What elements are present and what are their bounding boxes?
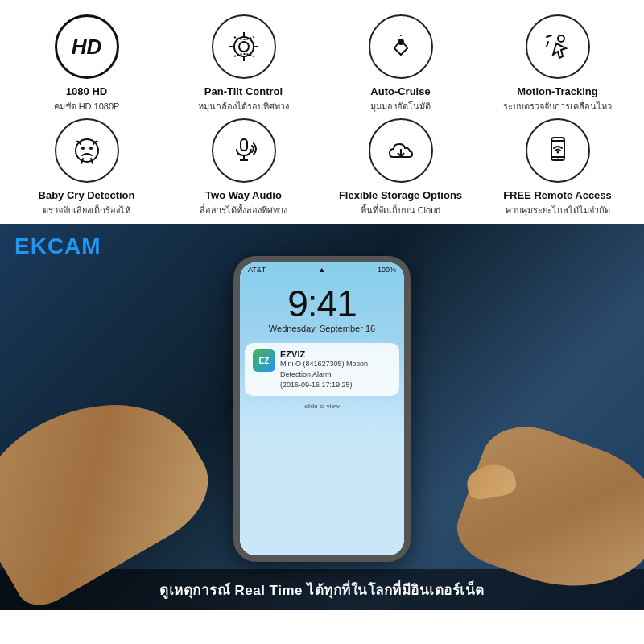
svg-point-18 — [556, 159, 559, 161]
phone-battery: 100% — [378, 266, 396, 274]
feature-baby-cry: Baby Cry Detection ตรวจจับเสียงเด็กร้องไ… — [14, 118, 159, 216]
baby-cry-svg — [71, 134, 103, 167]
hd-icon: HD — [55, 14, 119, 79]
auto-cruise-svg — [385, 31, 417, 63]
feature-pan-tilt-subtitle: หมุนกล้องได้รอบทิศทาง — [198, 101, 289, 112]
notification-content: EZVIZ Mini O (841627305) Motion Detectio… — [280, 349, 391, 390]
phone-status-bar: AT&T ▲ 100% — [240, 262, 404, 277]
feature-flexible-storage: Flexible Storage Options พื้นที่จัดเก็บบ… — [328, 118, 473, 216]
notification-app-name: EZVIZ — [280, 349, 391, 359]
flexible-storage-icon — [369, 118, 433, 183]
phone-time-display: 9:41 Wednesday, September 16 — [240, 277, 404, 336]
auto-cruise-icon — [369, 14, 433, 79]
feature-motion-tracking-subtitle: ระบบตรวจจับการเคลื่อนไหว — [503, 101, 612, 112]
feature-auto-cruise-title: Auto-Cruise — [370, 85, 430, 99]
flexible-storage-svg — [385, 134, 417, 167]
feature-two-way-audio: Two Way Audio สื่อสารได้ทั้งสองทิศทาง — [171, 118, 316, 216]
feature-hd-subtitle: คมชัด HD 1080P — [54, 101, 120, 112]
feature-motion-tracking: Motion-Tracking ระบบตรวจจับการเคลื่อนไหว — [485, 14, 630, 112]
phone-wifi-icon: ▲ — [318, 266, 325, 274]
features-row-1: HD 1080 HD คมชัด HD 1080P Pan-Tilt Contr… — [8, 14, 636, 112]
motion-tracking-svg — [542, 31, 574, 63]
svg-point-9 — [81, 147, 85, 150]
phone-screen: AT&T ▲ 100% 9:41 Wednesday, September 16… — [240, 262, 404, 555]
svg-point-19 — [556, 151, 559, 154]
svg-point-7 — [558, 35, 564, 42]
feature-baby-cry-subtitle: ตรวจจับเสียงเด็กร้องไห้ — [43, 204, 130, 216]
feature-two-way-audio-title: Two Way Audio — [205, 189, 282, 203]
svg-point-1 — [239, 42, 249, 52]
brand-name: EKCAM — [14, 233, 101, 259]
features-row-2: Baby Cry Detection ตรวจจับเสียงเด็กร้องไ… — [8, 118, 636, 216]
bottom-section: EKCAM AT&T ▲ 100% 9:41 Wednesday, Septem… — [0, 224, 644, 610]
brand-logo: EKCAM — [14, 233, 101, 259]
notification-title: Mini O (841627305) Motion Detection Alar… — [280, 359, 391, 379]
feature-flexible-storage-subtitle: พื้นที่จัดเก็บบน Cloud — [361, 204, 441, 216]
caption-text: ดูเหตุการณ์ Real Time ได้ทุกที่ในโลกที่ม… — [8, 579, 636, 601]
feature-motion-tracking-title: Motion-Tracking — [517, 85, 597, 99]
feature-auto-cruise: Auto-Cruise มุมมองอัตโนมัติ — [328, 14, 473, 112]
feature-pan-tilt-title: Pan-Tilt Control — [204, 85, 283, 99]
pan-tilt-icon — [212, 14, 276, 79]
notification-body: (2016-09-16 17:19:25) — [280, 380, 391, 390]
feature-free-remote: FREE Remote Access ควบคุมระยะไกลได้ไม่จำ… — [485, 118, 630, 216]
free-remote-icon — [526, 118, 590, 183]
feature-free-remote-title: FREE Remote Access — [503, 189, 612, 203]
phone-date: Wednesday, September 16 — [240, 324, 404, 333]
free-remote-svg — [542, 134, 574, 167]
phone-mockup: AT&T ▲ 100% 9:41 Wednesday, September 16… — [233, 256, 411, 562]
feature-auto-cruise-subtitle: มุมมองอัตโนมัติ — [370, 101, 431, 112]
feature-two-way-audio-subtitle: สื่อสารได้ทั้งสองทิศทาง — [200, 204, 287, 216]
svg-rect-11 — [241, 139, 247, 151]
feature-hd: HD 1080 HD คมชัด HD 1080P — [14, 14, 159, 112]
svg-point-10 — [89, 147, 93, 150]
phone-carrier: AT&T — [248, 266, 266, 274]
slide-to-view-text: slide to view — [240, 402, 404, 410]
feature-baby-cry-title: Baby Cry Detection — [39, 189, 135, 203]
baby-cry-icon — [55, 118, 119, 183]
motion-tracking-icon — [526, 14, 590, 79]
feature-free-remote-subtitle: ควบคุมระยะไกลได้ไม่จำกัด — [506, 204, 610, 216]
phone-time: 9:41 — [240, 285, 404, 322]
pan-tilt-svg — [228, 31, 260, 63]
notification-app-icon: EZ — [253, 349, 275, 372]
feature-flexible-storage-title: Flexible Storage Options — [339, 189, 462, 203]
features-section: HD 1080 HD คมชัด HD 1080P Pan-Tilt Contr… — [0, 0, 644, 224]
two-way-audio-icon — [212, 118, 276, 183]
two-way-audio-svg — [228, 134, 260, 167]
feature-pan-tilt: Pan-Tilt Control หมุนกล้องได้รอบทิศทาง — [171, 14, 316, 112]
feature-hd-title: 1080 HD — [66, 85, 107, 99]
notification-card: EZ EZVIZ Mini O (841627305) Motion Detec… — [245, 343, 399, 396]
